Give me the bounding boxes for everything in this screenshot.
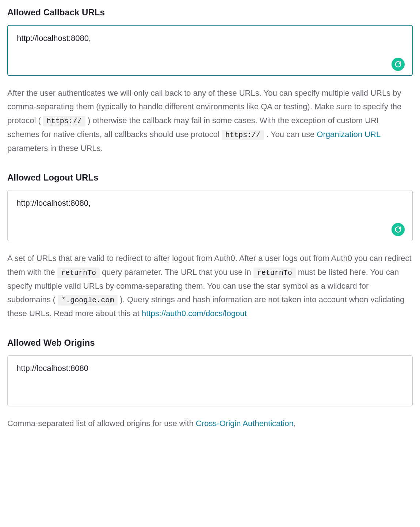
web-origins-help: Comma-separated list of allowed origins …	[7, 417, 413, 430]
grammarly-icon[interactable]	[392, 58, 405, 71]
logout-docs-link[interactable]: https://auth0.com/docs/logout	[142, 309, 247, 318]
web-origins-input-wrapper	[7, 355, 413, 408]
logout-urls-label: Allowed Logout URLs	[7, 172, 413, 183]
logout-urls-input[interactable]	[7, 190, 413, 241]
grammarly-icon[interactable]	[392, 223, 405, 236]
web-origins-field: Allowed Web Origins Comma-separated list…	[7, 338, 413, 430]
callback-urls-help: After the user authenticates we will onl…	[7, 86, 413, 155]
callback-urls-input-wrapper	[7, 25, 413, 77]
callback-urls-field: Allowed Callback URLs After the user aut…	[7, 7, 413, 155]
callback-urls-input[interactable]	[7, 25, 413, 76]
logout-urls-input-wrapper	[7, 190, 413, 243]
web-origins-label: Allowed Web Origins	[7, 338, 413, 348]
code-snippet: https://	[222, 130, 264, 140]
code-snippet: https://	[43, 116, 85, 126]
code-snippet: *.google.com	[58, 295, 118, 306]
callback-urls-label: Allowed Callback URLs	[7, 7, 413, 18]
code-snippet: returnTo	[57, 268, 100, 278]
logout-urls-help: A set of URLs that are valid to redirect…	[7, 251, 413, 320]
logout-urls-field: Allowed Logout URLs A set of URLs that a…	[7, 172, 413, 320]
cross-origin-auth-link[interactable]: Cross-Origin Authentication	[196, 419, 294, 428]
web-origins-input[interactable]	[7, 355, 413, 406]
code-snippet: returnTo	[253, 268, 296, 278]
organization-url-link[interactable]: Organization URL	[317, 130, 380, 139]
